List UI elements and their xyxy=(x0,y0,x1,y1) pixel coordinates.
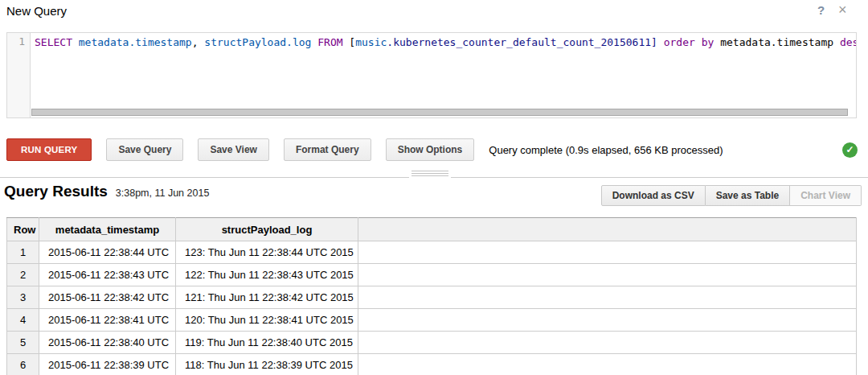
row-number-cell: 4 xyxy=(7,309,39,332)
panel-title: New Query xyxy=(6,4,67,18)
row-number-cell: 2 xyxy=(7,264,39,286)
sql-token: by xyxy=(702,36,714,48)
data-cell: 2015-06-11 22:38:40 UTC xyxy=(39,332,176,354)
chart-view-button: Chart View xyxy=(790,185,862,206)
column-header-timestamp: metadata_timestamp xyxy=(39,218,176,241)
table-row: 12015-06-11 22:38:44 UTC123: Thu Jun 11 … xyxy=(7,241,857,264)
sql-token: [ xyxy=(343,36,356,48)
data-cell: 2015-06-11 22:38:41 UTC xyxy=(39,309,176,332)
sql-token: des xyxy=(840,36,857,48)
filler-cell xyxy=(358,332,857,354)
show-options-button[interactable]: Show Options xyxy=(386,138,475,161)
data-cell: 121: Thu Jun 11 22:38:42 UTC 2015 xyxy=(176,286,358,309)
filler-cell xyxy=(358,354,857,375)
query-status-text: Query complete (0.9s elapsed, 656 KB pro… xyxy=(489,144,723,156)
sql-token: structPayload.log xyxy=(204,36,311,48)
results-action-group: Download as CSV Save as Table Chart View xyxy=(601,185,862,206)
sql-token xyxy=(72,36,79,48)
download-csv-button[interactable]: Download as CSV xyxy=(601,185,706,206)
table-row: 62015-06-11 22:38:39 UTC118: Thu Jun 11 … xyxy=(7,354,857,375)
table-row: 22015-06-11 22:38:43 UTC122: Thu Jun 11 … xyxy=(7,264,857,286)
row-number-cell: 1 xyxy=(7,241,39,264)
save-query-button[interactable]: Save Query xyxy=(106,138,183,161)
editor-hscrollbar-thumb[interactable] xyxy=(31,109,848,116)
filler-cell xyxy=(358,264,857,286)
sql-editor[interactable]: 1 SELECT metadata.timestamp, structPaylo… xyxy=(6,32,857,118)
sql-token: metadata.timestamp xyxy=(79,36,192,48)
data-cell: 2015-06-11 22:38:39 UTC xyxy=(39,354,176,375)
splitter-grip-handle[interactable] xyxy=(409,170,451,180)
data-cell: 2015-06-11 22:38:42 UTC xyxy=(39,286,176,309)
data-cell: 120: Thu Jun 11 22:38:41 UTC 2015 xyxy=(176,309,358,332)
results-header: Query Results 3:38pm, 11 Jun 2015 Downlo… xyxy=(4,183,862,207)
table-row: 52015-06-11 22:38:40 UTC119: Thu Jun 11 … xyxy=(7,332,857,354)
sql-token xyxy=(657,36,664,48)
sql-token xyxy=(695,36,702,48)
new-query-panel: New Query ? × 1 SELECT metadata.timestam… xyxy=(0,0,868,375)
help-icon[interactable]: ? xyxy=(817,3,825,17)
close-icon[interactable]: × xyxy=(838,2,847,19)
results-title: Query Results xyxy=(4,183,108,200)
query-toolbar: RUN QUERY Save Query Save View Format Qu… xyxy=(6,138,862,161)
data-cell: 2015-06-11 22:38:44 UTC xyxy=(39,241,176,264)
editor-gutter: 1 xyxy=(7,33,31,117)
save-as-table-button[interactable]: Save as Table xyxy=(706,185,791,206)
sql-token: SELECT xyxy=(35,36,72,48)
row-number-cell: 3 xyxy=(7,286,39,309)
query-success-check-icon: ✓ xyxy=(842,142,858,158)
column-header-row: Row xyxy=(7,218,39,241)
row-number-cell: 6 xyxy=(7,354,39,375)
data-cell: 119: Thu Jun 11 22:38:40 UTC 2015 xyxy=(176,332,358,354)
results-table-body: 12015-06-11 22:38:44 UTC123: Thu Jun 11 … xyxy=(7,241,857,375)
data-cell: 2015-06-11 22:38:43 UTC xyxy=(39,264,176,286)
column-header-log: structPayload_log xyxy=(176,218,358,241)
sql-token: music xyxy=(355,36,387,48)
save-view-button[interactable]: Save View xyxy=(198,138,269,161)
table-row: 42015-06-11 22:38:41 UTC120: Thu Jun 11 … xyxy=(7,309,857,332)
filler-cell xyxy=(358,309,857,332)
table-row: 32015-06-11 22:38:42 UTC121: Thu Jun 11 … xyxy=(7,286,857,309)
data-cell: 118: Thu Jun 11 22:38:39 UTC 2015 xyxy=(176,354,358,375)
sql-token: , xyxy=(192,36,205,48)
filler-cell xyxy=(358,286,857,309)
column-header-filler xyxy=(358,218,857,241)
sql-token: metadata.timestamp xyxy=(714,36,840,48)
run-query-button[interactable]: RUN QUERY xyxy=(6,138,92,161)
results-timestamp: 3:38pm, 11 Jun 2015 xyxy=(116,188,210,199)
sql-code-line[interactable]: SELECT metadata.timestamp, structPayload… xyxy=(35,35,857,49)
format-query-button[interactable]: Format Query xyxy=(284,138,371,161)
filler-cell xyxy=(358,241,857,264)
editor-hscrollbar-track xyxy=(31,108,848,117)
data-cell: 122: Thu Jun 11 22:38:43 UTC 2015 xyxy=(176,264,358,286)
results-table-head: Row metadata_timestamp structPayload_log xyxy=(7,218,857,241)
sql-token: FROM xyxy=(317,36,342,48)
sql-token: .kubernetes_counter_default_count_201506… xyxy=(387,36,657,48)
header-row: Row metadata_timestamp structPayload_log xyxy=(7,218,857,241)
line-number: 1 xyxy=(7,35,30,47)
data-cell: 123: Thu Jun 11 22:38:44 UTC 2015 xyxy=(176,241,358,264)
row-number-cell: 5 xyxy=(7,332,39,354)
results-table: Row metadata_timestamp structPayload_log… xyxy=(6,217,857,375)
sql-token: order xyxy=(664,36,695,48)
